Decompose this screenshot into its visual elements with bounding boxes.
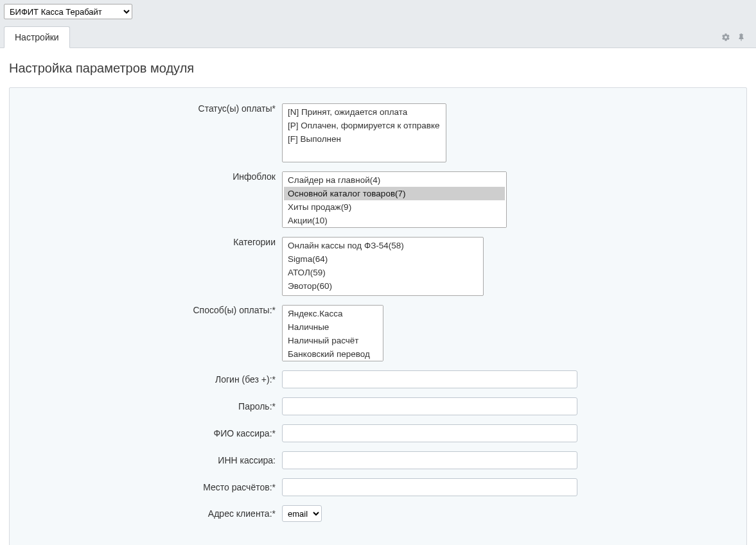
- gear-icon[interactable]: [721, 33, 730, 44]
- label-client-address: Адрес клиента:*: [25, 508, 282, 519]
- top-bar: БИФИТ Касса Терабайт Настройки: [0, 0, 756, 48]
- label-paymethods: Способ(ы) оплаты:*: [25, 305, 282, 315]
- module-select[interactable]: БИФИТ Касса Терабайт: [4, 4, 132, 19]
- cashier-inn-input[interactable]: [282, 451, 577, 469]
- row-categories: Категории Онлайн кассы под ФЗ-54(58) Sig…: [25, 237, 731, 296]
- row-client-address: Адрес клиента:* email: [25, 505, 731, 522]
- icon-buttons: [721, 33, 752, 48]
- tab-settings[interactable]: Настройки: [4, 26, 70, 48]
- cashier-name-input[interactable]: [282, 424, 577, 442]
- categories-listbox[interactable]: Онлайн кассы под ФЗ-54(58) Sigma(64) АТО…: [282, 237, 484, 296]
- label-password: Пароль:*: [25, 401, 282, 411]
- label-login: Логин (без +):*: [25, 374, 282, 385]
- status-listbox[interactable]: [N] Принят, ожидается оплата [P] Оплачен…: [282, 103, 446, 162]
- page-title: Настройка параметров модуля: [9, 61, 747, 76]
- label-infoblock: Инфоблок: [25, 171, 282, 182]
- label-status: Статус(ы) оплаты*: [25, 103, 282, 114]
- form-panel: Статус(ы) оплаты* [N] Принят, ожидается …: [9, 87, 747, 545]
- page-content: Настройка параметров модуля Статус(ы) оп…: [0, 48, 756, 545]
- label-cashier-name: ФИО кассира:*: [25, 428, 282, 438]
- paymethods-listbox[interactable]: Яндекс.Касса Наличные Наличный расчёт Ба…: [282, 305, 383, 361]
- settlement-input[interactable]: [282, 478, 577, 496]
- tabs: Настройки: [4, 26, 70, 48]
- password-input[interactable]: [282, 397, 577, 415]
- row-settlement: Место расчётов:*: [25, 478, 731, 496]
- row-login: Логин (без +):*: [25, 370, 731, 388]
- row-password: Пароль:*: [25, 397, 731, 415]
- tabs-row: Настройки: [4, 26, 752, 48]
- row-cashier-inn: ИНН кассира:: [25, 451, 731, 469]
- label-settlement: Место расчётов:*: [25, 482, 282, 492]
- row-status: Статус(ы) оплаты* [N] Принят, ожидается …: [25, 103, 731, 162]
- label-categories: Категории: [25, 237, 282, 247]
- pin-icon[interactable]: [737, 33, 746, 44]
- client-address-select[interactable]: email: [282, 505, 322, 522]
- infoblock-listbox[interactable]: Слайдер на главной(4) Основной каталог т…: [282, 171, 507, 228]
- row-paymethods: Способ(ы) оплаты:* Яндекс.Касса Наличные…: [25, 305, 731, 361]
- label-cashier-inn: ИНН кассира:: [25, 455, 282, 465]
- login-input[interactable]: [282, 370, 577, 388]
- row-infoblock: Инфоблок Слайдер на главной(4) Основной …: [25, 171, 731, 228]
- row-cashier-name: ФИО кассира:*: [25, 424, 731, 442]
